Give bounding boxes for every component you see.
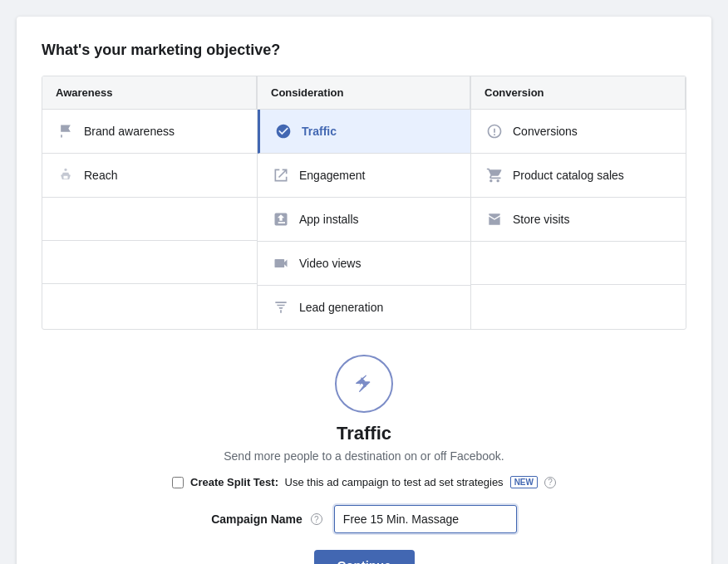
awareness-empty-3 xyxy=(42,284,257,327)
traffic-desc: Send more people to a destination on or … xyxy=(224,449,504,463)
traffic-item[interactable]: Traffic xyxy=(258,110,470,154)
video-views-icon xyxy=(271,253,291,273)
video-views-item[interactable]: Video views xyxy=(258,242,470,286)
split-test-label: Create Split Test: Use this ad campaign … xyxy=(190,476,504,488)
traffic-label: Traffic xyxy=(302,125,337,138)
conversion-empty-2 xyxy=(471,285,686,328)
awareness-column: Awareness Brand awareness Reach xyxy=(42,76,257,329)
lead-generation-icon xyxy=(271,297,291,317)
conversion-column: Conversion Conversions Product catalog s… xyxy=(471,76,686,329)
traffic-section: Traffic Send more people to a destinatio… xyxy=(42,355,686,564)
split-test-row: Create Split Test: Use this ad campaign … xyxy=(172,476,556,488)
consideration-header: Consideration xyxy=(258,76,470,110)
lead-generation-label: Lead generation xyxy=(299,301,383,314)
continue-button[interactable]: Continue xyxy=(314,550,415,564)
product-catalog-sales-label: Product catalog sales xyxy=(513,169,624,182)
store-visits-icon xyxy=(485,209,504,229)
new-badge: NEW xyxy=(510,476,538,488)
conversion-empty-1 xyxy=(471,242,686,285)
engagement-icon xyxy=(271,165,291,185)
reach-item[interactable]: Reach xyxy=(42,154,257,198)
traffic-icon-circle xyxy=(335,355,393,413)
consideration-column: Consideration Traffic Engagement xyxy=(257,76,471,329)
campaign-name-input[interactable] xyxy=(334,505,517,533)
awareness-empty-2 xyxy=(42,241,257,284)
info-icon[interactable]: ? xyxy=(544,477,556,488)
traffic-title: Traffic xyxy=(337,423,391,444)
product-catalog-sales-icon xyxy=(485,165,504,185)
awareness-header: Awareness xyxy=(42,76,257,110)
engagement-label: Engagement xyxy=(299,169,365,182)
campaign-name-label: Campaign Name xyxy=(211,513,303,526)
flag-icon xyxy=(56,121,76,141)
brand-awareness-label: Brand awareness xyxy=(84,125,175,138)
conversions-item[interactable]: Conversions xyxy=(471,110,686,154)
campaign-name-info-icon[interactable]: ? xyxy=(311,513,322,525)
page-container: What's your marketing objective? Awarene… xyxy=(17,17,711,564)
page-title: What's your marketing objective? xyxy=(42,42,686,59)
objective-grid: Awareness Brand awareness Reach xyxy=(42,76,686,330)
campaign-name-row: Campaign Name ? xyxy=(211,505,517,533)
store-visits-label: Store visits xyxy=(513,213,569,226)
video-views-label: Video views xyxy=(299,257,361,270)
traffic-check-icon xyxy=(273,121,293,141)
reach-label: Reach xyxy=(84,169,117,182)
brand-awareness-item[interactable]: Brand awareness xyxy=(42,110,257,154)
conversion-header: Conversion xyxy=(471,76,686,110)
app-installs-item[interactable]: App installs xyxy=(258,198,470,242)
app-installs-icon xyxy=(271,209,291,229)
store-visits-item[interactable]: Store visits xyxy=(471,198,686,242)
engagement-item[interactable]: Engagement xyxy=(258,154,470,198)
reach-icon xyxy=(56,165,76,185)
conversions-icon xyxy=(485,121,504,141)
split-test-checkbox[interactable] xyxy=(172,477,184,488)
app-installs-label: App installs xyxy=(299,213,359,226)
awareness-empty-1 xyxy=(42,198,257,241)
lead-generation-item[interactable]: Lead generation xyxy=(258,286,470,329)
conversions-label: Conversions xyxy=(513,125,578,138)
product-catalog-sales-item[interactable]: Product catalog sales xyxy=(471,154,686,198)
